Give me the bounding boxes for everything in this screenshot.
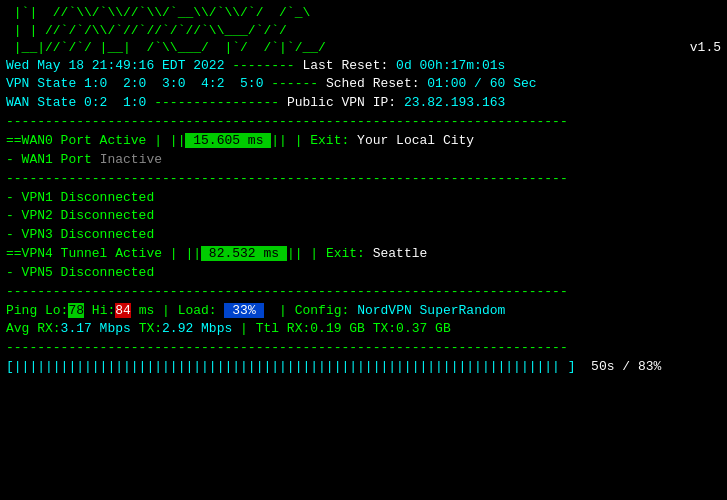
vpn-state-line: VPN State 1:0 2:0 3:0 4:2 5:0 ------ Sch…: [6, 75, 721, 94]
avg-tx: 2.92 Mbps: [162, 321, 232, 336]
stats-line2: Avg RX:3.17 Mbps TX:2.92 Mbps | Ttl RX:0…: [6, 320, 721, 339]
separator-2: ----------------------------------------…: [6, 170, 721, 189]
stats-line1: Ping Lo:78 Hi:84 ms | Load: 33% | Config…: [6, 302, 721, 321]
logo-section: |`| //`\\/`\\//`\\/`__\\/`\\/`/ /`_\ | |…: [6, 4, 721, 57]
separator-3: ----------------------------------------…: [6, 283, 721, 302]
sched-reset-value: 01:00 / 60 Sec: [427, 76, 536, 91]
last-reset-value: 0d 00h:17m:01s: [396, 58, 505, 73]
logo-line1: |`| //`\\/`\\//`\\/`__\\/`\\/`/ /`_\: [6, 4, 721, 22]
ping-lo: 78: [68, 303, 84, 318]
wan0-exit: Your Local City: [357, 133, 474, 148]
wan1-status: Inactive: [100, 152, 162, 167]
progress-bar: [|||||||||||||||||||||||||||||||||||||||…: [6, 359, 576, 374]
version: v1.5: [690, 40, 721, 55]
load-value: 33%: [224, 303, 263, 318]
vpn4-latency: 82.532 ms: [201, 246, 287, 261]
separator-1: ----------------------------------------…: [6, 113, 721, 132]
config-value: NordVPN SuperRandom: [357, 303, 505, 318]
vpn5-line: - VPN5 Disconnected: [6, 264, 721, 283]
separator-4: ----------------------------------------…: [6, 339, 721, 358]
time-percent: 50s / 83%: [591, 359, 661, 374]
vpn1-line: - VPN1 Disconnected: [6, 189, 721, 208]
wan0-line: ==WAN0 Port Active | || 15.605 ms || | E…: [6, 132, 721, 151]
wan1-line: - WAN1 Port Inactive: [6, 151, 721, 170]
vpn4-exit: Seattle: [373, 246, 428, 261]
vpn3-line: - VPN3 Disconnected: [6, 226, 721, 245]
wan-state-line: WAN State 0:2 1:0 ---------------- Publi…: [6, 94, 721, 113]
wan0-latency: 15.605 ms: [185, 133, 271, 148]
logo-line2: | | //`/`/\\/`//`//`/`//`\\___/`/`/: [6, 22, 721, 40]
ping-hi: 84: [115, 303, 131, 318]
vpn2-line: - VPN2 Disconnected: [6, 207, 721, 226]
avg-rx: 3.17 Mbps: [61, 321, 131, 336]
bottom-bar-line: [|||||||||||||||||||||||||||||||||||||||…: [6, 358, 721, 377]
datetime: Wed May 18 21:49:16 EDT 2022: [6, 58, 224, 73]
public-vpn-ip: 23.82.193.163: [404, 95, 505, 110]
datetime-line: Wed May 18 21:49:16 EDT 2022 -------- La…: [6, 57, 721, 76]
vpn4-line: ==VPN4 Tunnel Active | || 82.532 ms || |…: [6, 245, 721, 264]
logo-line3: |__|//`/`/ |__| /`\\___/ |`/ /`|`/__/ v1…: [6, 39, 721, 57]
